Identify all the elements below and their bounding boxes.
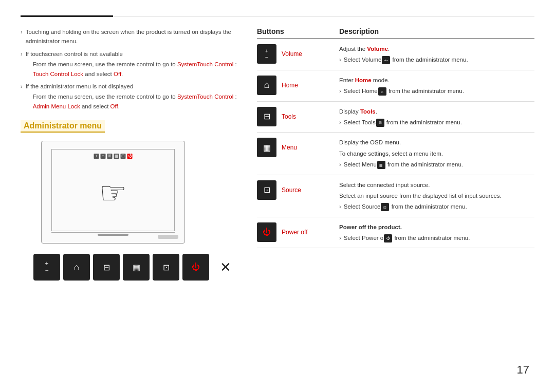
bullet-2-content: If touchscreen control is not available …	[26, 49, 242, 79]
sub-source-highlight: Source	[362, 203, 380, 210]
link-system-touch-2: SystemTouch Control	[177, 94, 233, 100]
source-symbol: ⊡	[163, 263, 170, 272]
sub-arrow-source: ›	[339, 202, 341, 211]
table-header: Buttons Description	[257, 27, 534, 39]
sub-arrow-power: ›	[339, 233, 341, 242]
bullet-arrow-3: ›	[21, 82, 23, 91]
row-icon-volume: + −	[257, 44, 276, 64]
tools-icon-symbol: ⊟	[264, 111, 270, 121]
desc-sub-power: › Select Power o⏻ from the administrator…	[339, 233, 534, 242]
main-content: › Touching and holding on the screen whe…	[21, 27, 534, 377]
table-row-home: ⌂ Home Enter Home mode. › Select Home⌂ f…	[257, 70, 534, 102]
row-button-cell-volume: + − Volume	[257, 44, 339, 64]
hand-icon: ☞	[99, 175, 127, 211]
monitor-foot-container	[51, 233, 175, 236]
dot-3: ⊞	[107, 154, 113, 159]
menu-inline-icon: ▦	[377, 161, 385, 169]
sub-power-highlight: Power o	[362, 235, 383, 241]
bullet-3-text: If the administrator menu is not display…	[26, 83, 134, 89]
menu-icon-symbol: ▦	[263, 143, 271, 153]
desc-main-menu-2: To change settings, select a menu item.	[339, 149, 534, 158]
bottom-btn-home[interactable]: ⌂	[63, 254, 90, 281]
table-row-volume: + − Volume Adjust the Volume. › Select V…	[257, 39, 534, 70]
menu-label: Menu	[282, 144, 297, 151]
page-container: › Touching and holding on the screen whe…	[0, 0, 555, 392]
desc-main-volume: Adjust the Volume.	[339, 44, 534, 53]
desc-main-power: Power off the product.	[339, 222, 534, 232]
desc-sub-menu: › Select Menu▦ from the administrator me…	[339, 160, 534, 169]
tools-inline-icon: ⊟	[376, 119, 384, 127]
desc-sub-home-text: Select Home⌂ from the administrator menu…	[344, 86, 464, 96]
volume-icon-minus: −	[265, 54, 268, 60]
top-line	[21, 15, 534, 17]
desc-main-tools: Display Tools.	[339, 107, 534, 116]
monitor-dots: + ⌂ ⊞ ▦ ⊟ ⏻	[94, 154, 133, 159]
table-row-power: ⏻ Power off Power off the product. › Sel…	[257, 217, 534, 249]
dot-5: ⊟	[121, 154, 126, 159]
bullet-3: › If the administrator menu is not displ…	[21, 82, 242, 111]
bottom-btn-close[interactable]: ✕	[212, 254, 239, 281]
link-off-1: Off	[114, 71, 121, 77]
row-desc-power: Power off the product. › Select Power o⏻…	[339, 222, 534, 243]
bottom-btn-volume[interactable]: + −	[33, 254, 60, 281]
source-icon-symbol: ⊡	[264, 185, 270, 195]
link-touch-lock: Touch Control Lock	[33, 71, 83, 77]
sub-arrow-tools: ›	[339, 118, 341, 127]
desc-home-highlight: Home	[355, 77, 372, 83]
sub-arrow-volume: ›	[339, 55, 341, 64]
table-row-menu: ▦ Menu Display the OSD menu. To change s…	[257, 133, 534, 175]
page-number: 17	[517, 363, 529, 377]
close-symbol: ✕	[220, 259, 231, 275]
bullet-3-sub: From the menu screen, use the remote con…	[33, 92, 242, 111]
bullet-1-text: Touching and holding on the screen when …	[26, 27, 242, 46]
row-desc-home: Enter Home mode. › Select Home⌂ from the…	[339, 76, 534, 96]
header-description: Description	[339, 27, 534, 35]
bullet-2: › If touchscreen control is not availabl…	[21, 49, 242, 79]
power-off-bold: Power off the product.	[339, 224, 402, 230]
desc-tools-highlight: Tools	[360, 108, 376, 115]
bullet-arrow-1: ›	[21, 28, 23, 37]
row-icon-source: ⊡	[257, 180, 276, 200]
bottom-btn-menu[interactable]: ▦	[123, 254, 150, 281]
power-symbol: ⏻	[192, 263, 200, 272]
desc-sub-volume-text: Select Volume+− from the administrator m…	[344, 55, 468, 64]
monitor-illustration: + ⌂ ⊞ ▦ ⊟ ⏻ ☞	[41, 141, 185, 244]
right-column: Buttons Description + − Volume Adjust th…	[257, 27, 534, 377]
sub-arrow-menu: ›	[339, 160, 341, 169]
row-desc-tools: Display Tools. › Select Tools⊟ from the …	[339, 107, 534, 127]
bullet-arrow-2: ›	[21, 50, 23, 59]
row-button-cell-menu: ▦ Menu	[257, 138, 339, 157]
link-system-touch-1: SystemTouch Control	[177, 61, 233, 67]
home-symbol: ⌂	[74, 262, 80, 273]
volume-inline-icon: +−	[382, 56, 390, 64]
bullet-1: › Touching and holding on the screen whe…	[21, 27, 242, 46]
bottom-btn-tools[interactable]: ⊟	[93, 254, 120, 281]
bottom-btn-power[interactable]: ⏻	[182, 254, 209, 281]
power-inline-icon: ⏻	[384, 234, 392, 242]
desc-sub-home: › Select Home⌂ from the administrator me…	[339, 86, 534, 96]
desc-volume-highlight: Volume	[367, 46, 388, 52]
desc-sub-menu-text: Select Menu▦ from the administrator menu…	[344, 160, 463, 169]
dot-2: ⌂	[101, 154, 106, 159]
row-icon-tools: ⊟	[257, 107, 276, 126]
bullet-3-content: If the administrator menu is not display…	[26, 82, 242, 111]
row-button-cell-source: ⊡ Source	[257, 180, 339, 200]
home-icon-symbol: ⌂	[264, 80, 270, 90]
monitor-base-detail	[158, 235, 178, 239]
row-icon-menu: ▦	[257, 138, 276, 157]
desc-main-source: Select the connected input source.	[339, 180, 534, 190]
row-desc-menu: Display the OSD menu. To change settings…	[339, 138, 534, 169]
desc-sub-volume: › Select Volume+− from the administrator…	[339, 55, 534, 64]
menu-symbol: ▦	[133, 263, 140, 272]
bottom-buttons-row: + − ⌂ ⊟ ▦ ⊡ ⏻	[33, 254, 239, 281]
table-row-tools: ⊟ Tools Display Tools. › Select Tools⊟ f…	[257, 102, 534, 133]
source-inline-icon: ⊡	[381, 203, 389, 211]
top-line-light	[113, 16, 534, 16]
row-desc-source: Select the connected input source. Selec…	[339, 180, 534, 212]
volume-icon-plus: +	[265, 48, 268, 54]
source-label: Source	[282, 186, 301, 194]
desc-main-menu: Display the OSD menu.	[339, 138, 534, 147]
table-row-source: ⊡ Source Select the connected input sour…	[257, 175, 534, 217]
desc-sub-source: › Select Source⊡ from the administrator …	[339, 202, 534, 211]
bottom-btn-source[interactable]: ⊡	[153, 254, 179, 281]
